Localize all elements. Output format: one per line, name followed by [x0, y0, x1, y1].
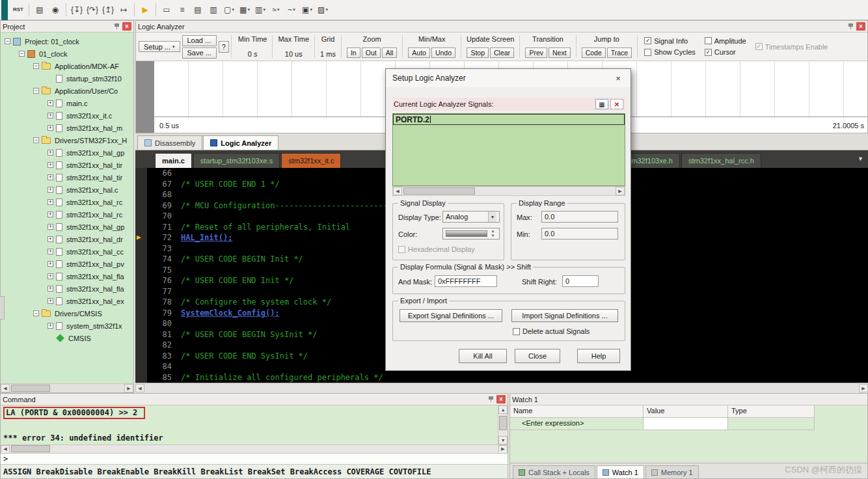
panel-tab-call-stack-locals[interactable]: Call Stack + Locals [513, 465, 595, 478]
tree-item[interactable]: +stm32f1xx_it.c [1, 109, 133, 122]
scroll-thumb[interactable] [499, 416, 507, 430]
pin-icon[interactable] [846, 22, 855, 31]
checkbox-signal-info[interactable]: ✓Signal Info [644, 37, 696, 45]
scroll-right-icon[interactable]: ▶ [498, 445, 508, 454]
jump-to-trace-button[interactable]: Trace [607, 48, 632, 58]
setup-button[interactable]: Setup ...▾ [139, 41, 180, 52]
tree-expander-icon[interactable]: + [47, 286, 53, 292]
tree-item[interactable]: +stm32f1xx_hal_cc [1, 245, 133, 258]
tree-expander-icon[interactable]: + [47, 113, 53, 118]
tree-expander-icon[interactable]: + [47, 323, 53, 329]
zoom-in-button[interactable]: In [347, 48, 360, 58]
editor-tab-main-c[interactable]: main.c [155, 153, 192, 168]
watch-cell-type[interactable] [728, 418, 815, 430]
scroll-right-icon[interactable]: ▶ [616, 187, 625, 195]
watch-window-icon[interactable]: ▢▾ [222, 3, 236, 17]
tree-item[interactable]: +system_stm32f1x [1, 320, 133, 332]
tree-item[interactable]: −Drivers/STM32F1xx_H [1, 134, 133, 146]
delete-signal-icon[interactable]: ✕ [610, 99, 623, 109]
tree-expander-icon[interactable]: + [47, 298, 53, 304]
checkbox-cursor[interactable]: ✓Cursor [705, 48, 746, 56]
tree-expander-icon[interactable]: − [33, 137, 39, 143]
memory-window-icon[interactable]: ▦▾ [237, 3, 252, 17]
checkbox-show-cycles[interactable]: Show Cycles [644, 48, 696, 56]
checkbox-amplitude[interactable]: Amplitude [705, 37, 746, 45]
scroll-right-icon[interactable]: ▶ [124, 384, 133, 392]
tree-item[interactable]: +stm32f1xx_hal_pv [1, 258, 133, 270]
command-output[interactable]: LA (PORTD & 0x00000004) >> 2*** error 34… [1, 405, 508, 445]
export-signal-definitions-button[interactable]: Export Signal Definitions ... [400, 309, 502, 322]
color-picker[interactable]: ▲▼ [442, 228, 500, 240]
signal-list-scrollbar[interactable]: ◀ ▶ [392, 186, 625, 196]
new-signal-icon[interactable]: ▦ [595, 99, 608, 109]
tree-expander-icon[interactable]: + [47, 199, 53, 205]
pin-icon[interactable] [112, 22, 121, 31]
kill-all-button[interactable]: Kill All [459, 349, 507, 363]
trace-window-icon[interactable]: ~▾ [284, 3, 299, 17]
update-screen-clear-button[interactable]: Clear [490, 48, 514, 58]
watch-column-name[interactable]: Name [510, 405, 644, 418]
tree-expander-icon[interactable]: + [47, 212, 53, 217]
shift-right-input[interactable]: 0 [562, 275, 599, 287]
scroll-up-icon[interactable]: ▲ [498, 405, 508, 414]
tree-expander-icon[interactable]: − [33, 63, 39, 69]
tree-expander-icon[interactable]: + [47, 224, 53, 230]
min-max-undo-button[interactable]: Undo [431, 48, 455, 58]
signal-list-item[interactable]: PORTD.2 [393, 114, 625, 125]
tree-item[interactable]: +stm32f1xx_hal_rc [1, 208, 133, 221]
scroll-thumb[interactable] [11, 445, 50, 452]
watch-column-type[interactable]: Type [728, 405, 815, 418]
insert-remove-breakpoint-icon[interactable]: ▤ [33, 3, 47, 17]
jump-to-code-button[interactable]: Code [582, 48, 606, 58]
signal-list[interactable]: PORTD.2 [392, 113, 625, 186]
enable-disable-breakpoint-icon[interactable]: ◉ [48, 3, 62, 17]
close-icon[interactable]: × [122, 22, 131, 31]
zoom-out-button[interactable]: Out [362, 48, 381, 58]
editor-tab-startup-stm32f103xe-s[interactable]: startup_stm32f103xe.s [193, 153, 280, 168]
tree-item[interactable]: +stm32f1xx_hal_tir [1, 171, 133, 184]
editor-tab-stm32f1xx-hal-rcc-h[interactable]: stm32f1xx_hal_rcc.h [681, 153, 761, 168]
tree-expander-icon[interactable]: + [47, 125, 53, 131]
update-screen-stop-button[interactable]: Stop [467, 48, 489, 58]
tree-item[interactable]: +stm32f1xx_hal_rc [1, 196, 133, 208]
tree-expander-icon[interactable]: − [33, 310, 39, 316]
tree-expander-icon[interactable]: + [47, 100, 53, 106]
tree-item[interactable]: −Project: 01_clock [1, 35, 133, 48]
tree-item[interactable]: −Drivers/CMSIS [1, 307, 133, 320]
watch-cell-name[interactable]: <Enter expression> [510, 418, 644, 430]
tree-item[interactable]: +stm32f1xx_hal_fla [1, 270, 133, 282]
scroll-left-icon[interactable]: ◀ [135, 384, 144, 392]
command-horizontal-scrollbar[interactable]: ◀ ▶ [1, 445, 508, 453]
project-horizontal-scrollbar[interactable]: ◀ ▶ [1, 383, 133, 392]
tree-item[interactable]: +stm32f1xx_hal_ex [1, 295, 133, 307]
scroll-right-icon[interactable]: ▶ [859, 384, 868, 392]
call-stack-window-icon[interactable]: ▥ [206, 3, 221, 17]
tree-item[interactable]: +stm32f1xx_hal_fla [1, 282, 133, 295]
delete-actual-signals-checkbox[interactable]: Delete actual Signals [513, 327, 590, 335]
tree-item[interactable]: startup_stm32f10 [1, 72, 133, 85]
step-out-icon[interactable]: {↥} [101, 3, 115, 17]
tree-item[interactable]: +stm32f1xx_hal_tir [1, 159, 133, 171]
toolbox-icon[interactable]: ▨▾ [316, 3, 330, 17]
save-button[interactable]: Save ... [182, 48, 217, 59]
run-icon[interactable]: ▶ [138, 3, 152, 17]
tree-item[interactable]: +main.c [1, 97, 133, 109]
splitter-handle[interactable] [0, 296, 5, 320]
editor-horizontal-scrollbar[interactable]: ◀ ▶ [135, 383, 868, 393]
symbol-window-icon[interactable]: ▤ [191, 3, 205, 17]
tree-expander-icon[interactable]: + [47, 187, 53, 193]
tree-item[interactable]: CMSIS [1, 332, 133, 344]
command-vertical-scrollbar[interactable]: ▲ ▼ [498, 405, 508, 445]
view-tab-disassembly[interactable]: Disassembly [137, 135, 202, 150]
command-window-icon[interactable]: ▭ [159, 3, 174, 17]
help-button[interactable]: Help [577, 349, 620, 363]
scroll-left-icon[interactable]: ◀ [1, 445, 10, 454]
step-over-icon[interactable]: {↷} [85, 3, 100, 17]
step-into-icon[interactable]: {↧} [70, 3, 84, 17]
scroll-thumb[interactable] [11, 385, 50, 392]
panel-tab-watch-1[interactable]: Watch 1 [597, 465, 644, 478]
min-input[interactable]: 0.0 [541, 228, 618, 240]
view-tab-logic-analyzer[interactable]: Logic Analyzer [203, 135, 278, 150]
watch-column-value[interactable]: Value [644, 405, 728, 418]
min-max-auto-button[interactable]: Auto [408, 48, 430, 58]
